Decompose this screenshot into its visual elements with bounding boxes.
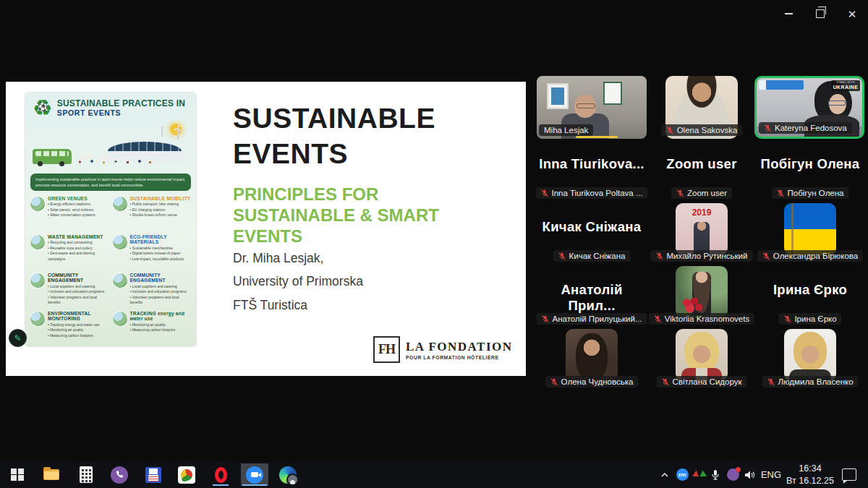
zoom-app-button[interactable] xyxy=(241,463,268,486)
poster-section-environmental-monitoring: ENVIRONMENTAL MONITORING Tracking energy… xyxy=(30,309,109,346)
participant-tile-miha-lesjak[interactable]: Miha Lesjak xyxy=(537,76,647,139)
fh-monogram: FH xyxy=(373,336,400,363)
wall-frame xyxy=(603,82,622,105)
environmental-monitoring-icon xyxy=(30,312,45,326)
edge-button[interactable] xyxy=(276,463,299,486)
participant-tile-olena-chudnovska[interactable]: Олена Чудновська xyxy=(537,328,647,390)
tray-graph-button[interactable] xyxy=(692,463,707,486)
media-app-button[interactable] xyxy=(175,463,198,486)
folder-icon xyxy=(43,469,59,480)
annotation-pencil-button[interactable]: ✎ xyxy=(9,329,27,347)
participant-name-label: Олександра Бірюкова xyxy=(757,250,863,262)
tray-expand-button[interactable] xyxy=(657,463,673,486)
participant-tile-kateryna-fedosova[interactable]: STAND WITH UKRAINE Kateryna Fedosova xyxy=(754,76,864,139)
participant-name-label: Zoom user xyxy=(671,187,732,199)
glasses xyxy=(828,100,846,106)
tray-date: Вт 16.12.25 xyxy=(786,475,834,487)
community-engagement-icon xyxy=(113,273,127,288)
language-indicator[interactable]: ENG xyxy=(759,463,783,486)
participant-name-label: Miha Lesjak xyxy=(539,124,593,136)
media-app-icon xyxy=(178,466,195,484)
calculator-icon xyxy=(80,466,93,483)
participant-tile-anatolii-prylutskyi[interactable]: Анатолій Прил... Анатолій Прилуцький... xyxy=(537,265,647,328)
participant-tile-inna-tiurikova[interactable]: Inna Tiurikova... Inna Tiurikova Poltava… xyxy=(537,139,647,202)
zoom-icon xyxy=(246,466,263,484)
muted-mic-icon xyxy=(558,252,566,260)
muted-mic-icon xyxy=(550,378,558,386)
poster-section-community-engagement-2: COMMUNITY ENGAGEMENT Local suppliers and… xyxy=(113,271,192,307)
restore-icon xyxy=(816,9,825,18)
windows-taskbar: zm ENG 16:34Вт 16.12.25 xyxy=(0,461,868,488)
start-button[interactable] xyxy=(6,463,29,486)
crowd-illustration xyxy=(76,158,156,166)
file-explorer-button[interactable] xyxy=(40,463,63,486)
muted-mic-icon xyxy=(764,124,772,132)
shared-screen-slide: ♻⚽ SUSTAINABLE PRACTICES IN SPORT EVENTS… xyxy=(6,82,526,376)
muted-mic-icon xyxy=(654,315,662,323)
tray-microphone-button[interactable] xyxy=(708,463,723,486)
tray-volume-button[interactable] xyxy=(742,463,758,486)
participant-tile-iryna-yerko[interactable]: Ірина Єрко Ірина Єрко xyxy=(755,265,865,328)
muted-mic-icon xyxy=(777,189,785,197)
community-engagement-icon xyxy=(30,273,45,288)
muted-mic-icon xyxy=(542,315,550,323)
participant-tile-oleksandra-biriukova[interactable]: Олександра Бірюкова xyxy=(755,202,865,265)
poster-section-eco-friendly-materials: ECO-FRIENDLY MATERIALS Sustainable merch… xyxy=(113,233,192,269)
viber-button[interactable] xyxy=(108,463,131,486)
fondation-tagline: POUR LA FORMATION HÔTELIÈRE xyxy=(406,355,513,360)
camera-glyph xyxy=(251,472,258,477)
muted-mic-icon xyxy=(666,127,674,134)
speaker-university: University of Primorska xyxy=(233,270,464,293)
participant-name-label: Олена Чудновська xyxy=(545,376,639,388)
participant-tile-viktoriia-krasnomovets[interactable]: Viktoriia Krasnomovets xyxy=(647,265,757,328)
recycle-icon: ♻⚽ xyxy=(33,97,53,119)
participant-tile-liudmyla-vlasenko[interactable]: Людмила Власенко xyxy=(755,328,865,390)
avatar xyxy=(676,329,728,381)
minimize-button[interactable] xyxy=(773,0,804,27)
participant-name-label: Kateryna Fedosova xyxy=(759,122,852,134)
participant-tile-zoom-user[interactable]: Zoom user Zoom user xyxy=(647,139,757,202)
muted-mic-icon xyxy=(762,252,770,260)
calculator-button[interactable] xyxy=(75,463,98,486)
clock[interactable]: 16:34Вт 16.12.25 xyxy=(784,463,836,486)
action-center-button[interactable] xyxy=(839,463,859,486)
wall-frame xyxy=(547,83,569,109)
speaker-info: Dr. Miha Lesjak, University of Primorska… xyxy=(233,247,464,317)
close-button[interactable]: ✕ xyxy=(836,0,868,27)
green-venues-icon xyxy=(30,197,45,211)
participant-display-name: Inna Tiurikova... xyxy=(537,156,647,172)
avatar xyxy=(784,329,836,381)
sustainable-mobility-icon xyxy=(113,197,127,211)
ukraine-flag-avatar xyxy=(784,203,836,255)
microphone-icon xyxy=(711,469,720,481)
opera-button[interactable] xyxy=(209,463,232,486)
poster-section-waste-management: WASTE MANAGEMENT Recycling and compostin… xyxy=(30,233,109,269)
speaker-faculty: FTŠ Turistica xyxy=(233,294,464,317)
poster-title-line2: SPORT EVENTS xyxy=(57,108,185,117)
stand-with-ukraine-badge: STAND WITH UKRAINE xyxy=(831,80,860,91)
participant-display-name: Zoom user xyxy=(647,156,757,172)
participant-tile-svitlana-sydoruk[interactable]: Світлана Сидорук xyxy=(647,328,757,390)
close-icon: ✕ xyxy=(848,9,857,20)
running-indicator xyxy=(242,484,267,486)
viber-icon xyxy=(111,466,128,484)
participant-display-name: Ірина Єрко xyxy=(755,282,865,298)
avatar xyxy=(676,266,728,318)
graph-tray-icon xyxy=(694,470,705,480)
tray-viber-button[interactable] xyxy=(725,463,741,486)
participant-name-label: Кичак Сніжана xyxy=(553,250,631,262)
participant-name-label: Inna Tiurikova Poltava ... xyxy=(536,187,648,199)
participant-tile-mykhailo-rutynskyi[interactable]: 2019 Михайло Рутинський xyxy=(647,202,757,265)
participant-name-label: Анатолій Прилуцький... xyxy=(537,313,647,325)
restore-button[interactable] xyxy=(804,0,836,27)
poster-section-tracking: TRACKING energy and water use Monitoring… xyxy=(113,309,192,346)
viber-tray-icon xyxy=(727,468,739,481)
tray-zoom-button[interactable]: zm xyxy=(674,463,690,486)
participant-tile-olena-sakovska[interactable]: Olena Sakovska xyxy=(647,76,757,139)
muted-mic-icon xyxy=(662,378,670,386)
participant-tile-kychak-snizhana[interactable]: Кичак Сніжана Кичак Сніжана xyxy=(537,202,647,265)
save-app-button[interactable] xyxy=(142,463,165,486)
muted-mic-icon xyxy=(656,252,664,260)
waste-management-icon xyxy=(30,235,45,249)
participant-tile-pobihun-olena[interactable]: Побігун Олена Побігун Олена xyxy=(755,139,865,202)
